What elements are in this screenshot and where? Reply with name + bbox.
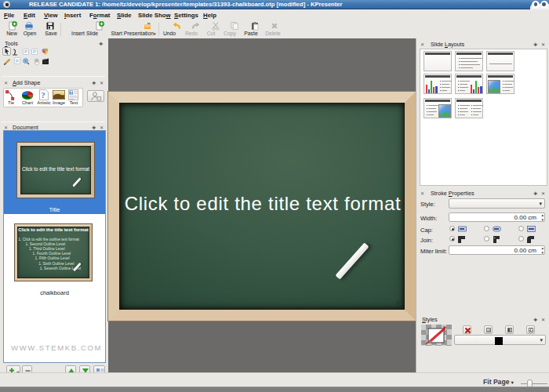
svg-text:?: ? (42, 91, 45, 100)
svg-text:P: P (16, 59, 19, 64)
svg-text:P: P (33, 49, 36, 54)
svg-text:P: P (24, 49, 27, 54)
